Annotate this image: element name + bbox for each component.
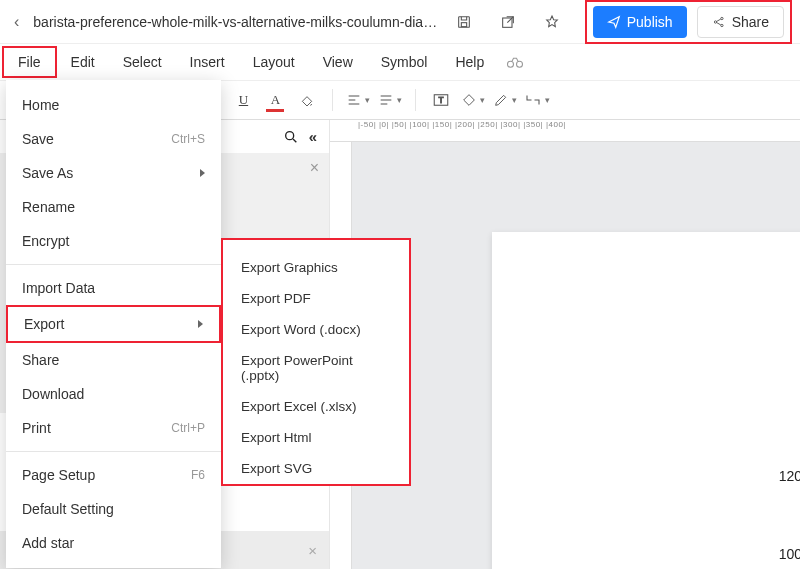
- menu-edit[interactable]: Edit: [57, 48, 109, 76]
- svg-point-3: [714, 20, 716, 22]
- file-menu-add-star[interactable]: Add star: [6, 526, 221, 560]
- chart-page[interactable]: 120 100 80: [492, 232, 800, 569]
- svg-point-10: [285, 131, 293, 139]
- chevron-right-icon: [198, 320, 203, 328]
- svg-point-7: [517, 61, 523, 67]
- menu-symbol[interactable]: Symbol: [367, 48, 442, 76]
- chevron-right-icon: [200, 169, 205, 177]
- fill-color-icon[interactable]: [294, 87, 320, 113]
- align-v-icon[interactable]: ▾: [377, 87, 403, 113]
- file-menu-save[interactable]: SaveCtrl+S: [6, 122, 221, 156]
- menu-layout[interactable]: Layout: [239, 48, 309, 76]
- y-tick-label: 100: [779, 546, 800, 562]
- export-pdf[interactable]: Export PDF: [223, 283, 409, 314]
- share-label: Share: [732, 14, 769, 30]
- panel-search-icon[interactable]: [283, 129, 299, 145]
- menu-help[interactable]: Help: [441, 48, 498, 76]
- publish-button[interactable]: Publish: [593, 6, 687, 38]
- accordion-close-icon[interactable]: ×: [308, 542, 317, 559]
- file-menu-rename[interactable]: Rename: [6, 190, 221, 224]
- menubar: File Edit Select Insert Layout View Symb…: [0, 44, 800, 80]
- panel-close-icon[interactable]: ×: [310, 159, 319, 177]
- file-menu-home[interactable]: Home: [6, 88, 221, 122]
- export-powerpoint[interactable]: Export PowerPoint (.pptx): [223, 345, 409, 391]
- shape-fill-icon[interactable]: ▾: [460, 87, 486, 113]
- svg-point-4: [720, 17, 722, 19]
- open-external-icon[interactable]: [495, 9, 521, 35]
- svg-point-6: [508, 61, 514, 67]
- export-svg[interactable]: Export SVG: [223, 453, 409, 484]
- svg-rect-1: [461, 22, 466, 26]
- back-icon[interactable]: ‹: [8, 9, 25, 35]
- underline-icon[interactable]: U: [230, 87, 256, 113]
- align-h-icon[interactable]: ▾: [345, 87, 371, 113]
- file-menu-import-data[interactable]: Import Data: [6, 271, 221, 305]
- publish-share-group: Publish Share: [585, 0, 792, 44]
- publish-label: Publish: [627, 14, 673, 30]
- file-menu-encrypt[interactable]: Encrypt: [6, 224, 221, 258]
- share-button[interactable]: Share: [697, 6, 784, 38]
- export-html[interactable]: Export Html: [223, 422, 409, 453]
- file-menu-page-setup[interactable]: Page SetupF6: [6, 458, 221, 492]
- menu-file[interactable]: File: [2, 46, 57, 78]
- panel-collapse-icon[interactable]: «: [309, 128, 317, 145]
- document-title: barista-preference-whole-milk-vs-alterna…: [29, 14, 446, 30]
- connector-icon[interactable]: ▾: [524, 87, 550, 113]
- save-icon[interactable]: [451, 9, 477, 35]
- export-graphics[interactable]: Export Graphics: [223, 252, 409, 283]
- file-menu-download[interactable]: Download: [6, 377, 221, 411]
- svg-rect-0: [458, 16, 469, 27]
- file-menu-print[interactable]: PrintCtrl+P: [6, 411, 221, 445]
- text-color-icon[interactable]: A: [262, 87, 288, 113]
- export-excel[interactable]: Export Excel (.xlsx): [223, 391, 409, 422]
- y-tick-label: 120: [779, 468, 800, 484]
- star-icon[interactable]: [539, 9, 565, 35]
- file-menu-export[interactable]: Export: [6, 305, 221, 343]
- menu-select[interactable]: Select: [109, 48, 176, 76]
- file-menu-share[interactable]: Share: [6, 343, 221, 377]
- file-menu-dropdown: Home SaveCtrl+S Save As Rename Encrypt I…: [6, 80, 221, 568]
- export-submenu: Export Graphics Export PDF Export Word (…: [221, 238, 411, 486]
- ruler-horizontal: |-50| |0| |50| |100| |150| |200| |250| |…: [330, 120, 800, 142]
- binoculars-icon[interactable]: [500, 51, 530, 73]
- menu-view[interactable]: View: [309, 48, 367, 76]
- menu-insert[interactable]: Insert: [176, 48, 239, 76]
- file-menu-default-setting[interactable]: Default Setting: [6, 492, 221, 526]
- pen-icon[interactable]: ▾: [492, 87, 518, 113]
- file-menu-save-as[interactable]: Save As: [6, 156, 221, 190]
- svg-point-5: [720, 24, 722, 26]
- export-word[interactable]: Export Word (.docx): [223, 314, 409, 345]
- text-box-icon[interactable]: T: [428, 87, 454, 113]
- canvas[interactable]: 120 100 80: [352, 142, 800, 569]
- svg-text:T: T: [439, 96, 444, 105]
